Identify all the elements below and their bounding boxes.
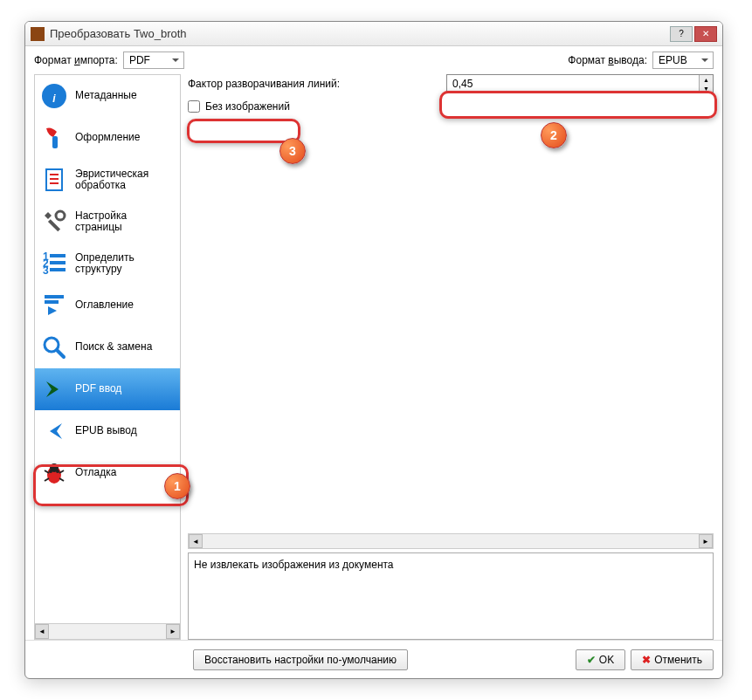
check-icon: ✔ [587,654,596,666]
sidebar-item-structure[interactable]: 123 Определить структуру [35,243,180,285]
brush-icon [40,124,68,152]
svg-text:3: 3 [43,264,49,277]
sidebar-item-epub-output[interactable]: EPUB вывод [35,410,180,452]
import-format-select[interactable]: PDF [123,51,184,69]
svg-line-25 [45,478,49,481]
output-format-label: Формат вывода: [568,54,647,66]
svg-line-26 [59,478,64,481]
main-panel: Фактор разворачивания линий: ▲ ▼ Без изо… [188,74,714,640]
tools-icon [40,208,68,236]
search-icon [40,333,68,361]
spin-up-icon[interactable]: ▲ [700,75,713,84]
sidebar-item-heuristic[interactable]: Эвристическая обработка [35,159,180,201]
sidebar-item-pagesetup[interactable]: Настройка страницы [35,201,180,243]
svg-point-22 [50,463,59,472]
output-format-select[interactable]: EPUB [652,51,714,69]
sidebar-item-pdf-input[interactable]: PDF ввод [35,368,180,410]
sidebar-scrollbar[interactable]: ◄ ► [35,623,180,639]
bug-icon [40,459,68,487]
dialog-window: Преобразовать Two_broth ? ✕ Формат импор… [24,21,723,679]
cancel-button[interactable]: ✖Отменить [631,649,714,670]
description-box: Не извлекать изображения из документа [188,552,714,640]
info-icon: i [40,82,68,110]
unwrap-factor-label: Фактор разворачивания линий: [188,78,441,90]
toc-icon [40,292,68,319]
format-row: Формат импорта: PDF Формат вывода: EPUB [25,46,722,74]
sidebar-item-search[interactable]: Поиск & замена [35,326,180,368]
no-images-checkbox[interactable] [188,100,200,113]
no-images-label[interactable]: Без изображений [205,100,290,113]
page-icon [40,166,68,194]
restore-defaults-button[interactable]: Восстановить настройки по-умолчанию [193,649,408,670]
spin-down-icon[interactable]: ▼ [700,84,713,93]
help-button[interactable]: ? [670,26,693,42]
sidebar-item-look[interactable]: Оформление [35,117,180,159]
sidebar: i Метаданные Оформление Эвристическая об… [34,74,181,640]
sidebar-item-debug[interactable]: Отладка [35,452,180,494]
cancel-icon: ✖ [642,654,651,666]
sidebar-item-toc[interactable]: Оглавление [35,285,180,326]
window-title: Преобразовать Two_broth [50,27,670,40]
scroll-right-icon[interactable]: ► [699,534,713,548]
svg-line-18 [57,350,64,357]
sidebar-item-metadata[interactable]: i Метаданные [35,75,180,117]
arrow-left-icon [40,417,68,445]
import-format-label: Формат импорта: [34,54,118,66]
svg-rect-16 [45,300,59,304]
scroll-right-icon[interactable]: ► [166,624,180,639]
arrow-right-icon [40,375,68,403]
close-button[interactable]: ✕ [694,26,717,42]
unwrap-factor-spin[interactable]: ▲ ▼ [446,74,714,93]
list-icon: 123 [40,250,68,278]
svg-rect-2 [52,136,58,148]
svg-point-8 [56,211,65,220]
main-scrollbar[interactable]: ◄ ► [188,533,714,549]
scroll-left-icon[interactable]: ◄ [35,624,49,639]
app-icon [31,27,45,41]
svg-rect-14 [50,268,66,271]
titlebar: Преобразовать Two_broth ? ✕ [25,22,722,46]
svg-rect-7 [48,219,60,231]
ok-button[interactable]: ✔OK [576,649,625,670]
svg-rect-10 [50,254,66,257]
unwrap-factor-input[interactable] [447,78,699,90]
svg-rect-15 [45,295,64,299]
svg-rect-12 [50,261,66,264]
scroll-left-icon[interactable]: ◄ [189,534,203,548]
footer: Восстановить настройки по-умолчанию ✔OK … [25,640,722,678]
